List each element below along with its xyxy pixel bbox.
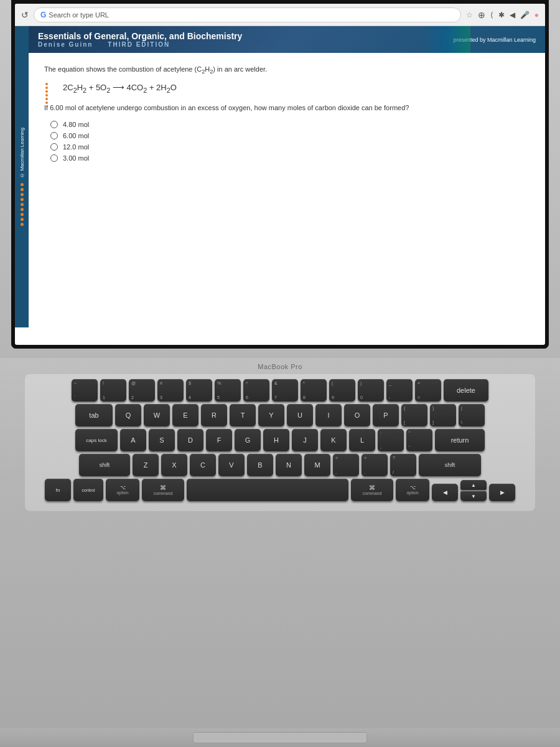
key-delete[interactable]: delete	[444, 379, 488, 402]
option-3-label: 12.0 mol	[63, 143, 89, 151]
key-equals[interactable]: + =	[415, 379, 441, 402]
key-option-right[interactable]: ⌥ option	[396, 479, 429, 501]
key-m[interactable]: M	[304, 454, 330, 476]
eq-dot-3	[45, 90, 48, 93]
refresh-icon[interactable]: ↺	[21, 10, 29, 20]
option-3[interactable]: 12.0 mol	[50, 143, 530, 151]
key-a[interactable]: A	[120, 429, 146, 451]
key-1[interactable]: ! 1	[100, 379, 126, 402]
key-v[interactable]: V	[218, 454, 245, 476]
address-bar[interactable]: G Search or type URL	[34, 7, 461, 22]
sound-icon[interactable]: ◀	[510, 11, 515, 19]
eq-dot-5	[45, 98, 48, 100]
key-h[interactable]: H	[263, 429, 289, 451]
key-i[interactable]: I	[315, 404, 342, 426]
radio-circle-2[interactable]	[50, 132, 58, 139]
key-7[interactable]: & 7	[272, 379, 298, 402]
key-period[interactable]: > .	[362, 454, 388, 476]
dot-2	[21, 188, 24, 191]
key-command-right[interactable]: ⌘ command	[351, 479, 393, 501]
key-s[interactable]: S	[149, 429, 175, 451]
key-return[interactable]: return	[435, 429, 485, 451]
key-c[interactable]: C	[190, 454, 216, 476]
touchpad-area[interactable]	[193, 732, 367, 743]
option-1[interactable]: 4.80 mol	[50, 121, 530, 128]
qwerty-row: tab Q W E R T Y U I O P { [ } ]	[32, 404, 528, 426]
key-tab[interactable]: tab	[75, 404, 113, 426]
key-comma[interactable]: < ,	[333, 454, 359, 476]
key-option-left[interactable]: ⌥ option	[106, 479, 139, 501]
screen-area: ↺ G Search or type URL ☆ ⊕ ⟨ ✱ ◀ 🎤 ●	[11, 0, 549, 349]
command-label-left: command	[154, 491, 173, 496]
settings-icon[interactable]: ✱	[498, 11, 505, 19]
screen-content: ↺ G Search or type URL ☆ ⊕ ⟨ ✱ ◀ 🎤 ●	[15, 4, 545, 345]
command-label-right: command	[363, 491, 382, 496]
key-control[interactable]: control	[73, 479, 103, 501]
key-j[interactable]: J	[292, 429, 318, 451]
key-g[interactable]: G	[235, 429, 261, 451]
key-9[interactable]: ( 9	[329, 379, 355, 402]
textbook-header: Essentials of General, Organic, and Bioc…	[29, 26, 545, 53]
key-y[interactable]: Y	[258, 404, 284, 426]
key-4[interactable]: $ 4	[186, 379, 212, 402]
key-0[interactable]: ) 0	[358, 379, 384, 402]
keyboard-wrapper: ~ ` ! 1 @ 2 # 3 $ 4	[25, 374, 535, 511]
key-arrow-up[interactable]: ▲	[460, 480, 487, 490]
key-l[interactable]: L	[349, 429, 375, 451]
key-u[interactable]: U	[287, 404, 313, 426]
key-arrow-down[interactable]: ▼	[460, 491, 487, 501]
dots-icon[interactable]: ⊕	[478, 10, 485, 20]
key-backslash[interactable]: | \	[459, 404, 485, 426]
key-slash[interactable]: ? /	[390, 454, 416, 476]
key-bracket-right[interactable]: } ]	[430, 404, 456, 426]
key-p[interactable]: P	[373, 404, 399, 426]
key-tilde[interactable]: ~ `	[72, 379, 98, 402]
radio-circle-1[interactable]	[50, 121, 58, 128]
key-space[interactable]	[187, 479, 348, 501]
key-t[interactable]: T	[230, 404, 256, 426]
radio-circle-3[interactable]	[50, 143, 58, 151]
key-b[interactable]: B	[247, 454, 273, 476]
key-caps-lock[interactable]: caps lock	[75, 429, 118, 451]
key-n[interactable]: N	[276, 454, 302, 476]
dot-8	[21, 218, 24, 221]
key-arrow-right[interactable]: ▶	[489, 484, 515, 501]
key-bracket-left[interactable]: { [	[401, 404, 427, 426]
key-d[interactable]: D	[177, 429, 203, 451]
key-arrow-left[interactable]: ◀	[432, 484, 458, 501]
key-6[interactable]: ^ 6	[243, 379, 269, 402]
equation-text: 2C2H2 + 5O2 ⟶ 4CO2 + 2H2O	[63, 83, 177, 92]
key-k[interactable]: K	[320, 429, 347, 451]
radio-circle-4[interactable]	[50, 154, 58, 162]
key-f[interactable]: F	[206, 429, 232, 451]
key-x[interactable]: X	[161, 454, 187, 476]
asdf-row: caps lock A S D F G H J K L : ; " ' retu…	[32, 429, 528, 451]
key-fn[interactable]: fn	[45, 479, 71, 501]
option-2[interactable]: 6.00 mol	[50, 132, 530, 139]
key-w[interactable]: W	[144, 404, 170, 426]
key-8[interactable]: * 8	[301, 379, 327, 402]
key-semicolon[interactable]: : ;	[378, 429, 404, 451]
key-shift-right[interactable]: shift	[419, 454, 481, 476]
menu-icon[interactable]: ⟨	[490, 11, 493, 19]
key-q[interactable]: Q	[115, 404, 141, 426]
sidebar-strip: © Macmillan Learning	[15, 26, 29, 327]
key-5[interactable]: % 5	[215, 379, 241, 402]
key-2[interactable]: @ 2	[129, 379, 155, 402]
key-e[interactable]: E	[172, 404, 198, 426]
dot-9	[21, 223, 24, 226]
arrow-up-down: ▲ ▼	[460, 480, 487, 501]
key-z[interactable]: Z	[133, 454, 159, 476]
key-quote[interactable]: " '	[406, 429, 432, 451]
option-2-label: 6.00 mol	[63, 132, 89, 139]
record-icon[interactable]: ●	[534, 11, 539, 19]
star-icon[interactable]: ☆	[466, 11, 473, 19]
key-command-left[interactable]: ⌘ command	[142, 479, 184, 501]
mute-icon[interactable]: 🎤	[520, 11, 530, 19]
key-minus[interactable]: _ -	[386, 379, 413, 402]
option-4[interactable]: 3.00 mol	[50, 154, 530, 162]
key-3[interactable]: # 3	[157, 379, 184, 402]
key-shift-left[interactable]: shift	[79, 454, 130, 476]
key-o[interactable]: O	[344, 404, 370, 426]
key-r[interactable]: R	[201, 404, 227, 426]
